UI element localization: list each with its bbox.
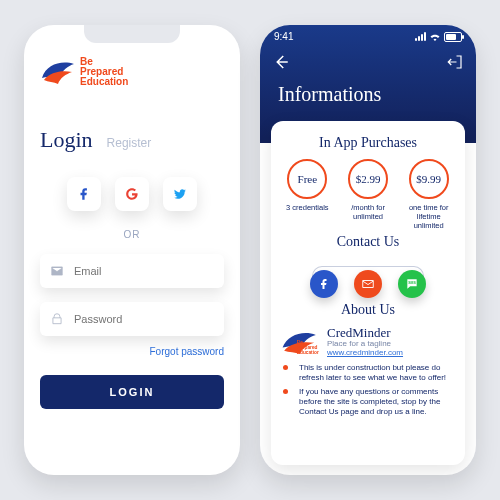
about-app-name: CredMinder	[327, 326, 403, 339]
password-input[interactable]	[72, 312, 214, 326]
about-block: Be Prepared Education CredMinder Place f…	[281, 326, 455, 357]
section-contact-title: Contact Us	[281, 234, 455, 250]
plan-free[interactable]: Free 3 credentials	[281, 159, 334, 230]
contact-mail-button[interactable]	[354, 270, 382, 298]
lock-icon	[50, 312, 64, 326]
forgot-password-link[interactable]: Forgot password	[40, 346, 224, 357]
plan-price: $2.99	[356, 173, 381, 185]
plan-monthly[interactable]: $2.99 /month for unlimited	[342, 159, 395, 230]
about-url-link[interactable]: www.credminder.com	[327, 348, 403, 357]
plan-sub: /month for unlimited	[342, 203, 395, 221]
section-about-title: About Us	[281, 302, 455, 318]
twitter-login-button[interactable]	[163, 177, 197, 211]
plan-sub: 3 credentials	[281, 203, 334, 212]
signal-icon	[415, 32, 426, 41]
svg-text:SMS: SMS	[408, 281, 416, 285]
logout-button[interactable]	[446, 53, 464, 75]
google-icon	[125, 187, 139, 201]
about-tagline: Place for a tagline	[327, 339, 403, 348]
plan-price: $9.99	[416, 173, 441, 185]
tab-login[interactable]: Login	[40, 127, 93, 153]
about-bullets: This is under construction but please do…	[281, 363, 455, 417]
auth-tabs: Login Register	[40, 127, 224, 153]
contact-row: SMS	[281, 258, 455, 298]
plan-sub: one time for lifetime unlimited	[402, 203, 455, 230]
nav-bar	[272, 53, 464, 75]
about-bullet: This is under construction but please do…	[293, 363, 455, 383]
phone-informations: 9:41 Informations In App Purchases Free …	[260, 25, 476, 475]
about-bullet: If you have any questions or comments be…	[293, 387, 455, 417]
login-button[interactable]: LOGIN	[40, 375, 224, 409]
arrow-left-icon	[272, 53, 290, 71]
or-divider: OR	[40, 229, 224, 240]
facebook-icon	[77, 187, 91, 201]
email-field[interactable]	[40, 254, 224, 288]
google-login-button[interactable]	[115, 177, 149, 211]
logout-icon	[446, 53, 464, 71]
wifi-icon	[429, 32, 441, 41]
plans-row: Free 3 credentials $2.99 /month for unli…	[281, 159, 455, 230]
section-iap-title: In App Purchases	[281, 135, 455, 151]
contact-sms-button[interactable]: SMS	[398, 270, 426, 298]
sms-icon: SMS	[405, 277, 419, 291]
content-sheet: In App Purchases Free 3 credentials $2.9…	[271, 121, 465, 465]
bird-icon	[40, 58, 76, 86]
brand-logo: Be Prepared Education	[40, 57, 224, 87]
status-time: 9:41	[274, 31, 293, 42]
brand-logo-small: Be Prepared Education	[281, 328, 319, 356]
brand-line3: Education	[80, 77, 128, 87]
mail-icon	[50, 264, 64, 278]
page-title: Informations	[278, 83, 381, 106]
facebook-login-button[interactable]	[67, 177, 101, 211]
tab-register[interactable]: Register	[107, 136, 152, 150]
svg-text:Education: Education	[297, 349, 319, 354]
facebook-icon	[318, 278, 330, 290]
mail-icon	[361, 277, 375, 291]
email-input[interactable]	[72, 264, 214, 278]
password-field[interactable]	[40, 302, 224, 336]
social-login-row	[40, 177, 224, 211]
phone-login: Be Prepared Education Login Register	[24, 25, 240, 475]
back-button[interactable]	[272, 53, 290, 75]
plan-price: Free	[298, 173, 318, 185]
battery-icon	[444, 32, 462, 42]
contact-facebook-button[interactable]	[310, 270, 338, 298]
bird-icon: Be Prepared Education	[281, 328, 319, 356]
plan-lifetime[interactable]: $9.99 one time for lifetime unlimited	[402, 159, 455, 230]
twitter-icon	[173, 187, 187, 201]
status-bar: 9:41	[274, 31, 462, 42]
